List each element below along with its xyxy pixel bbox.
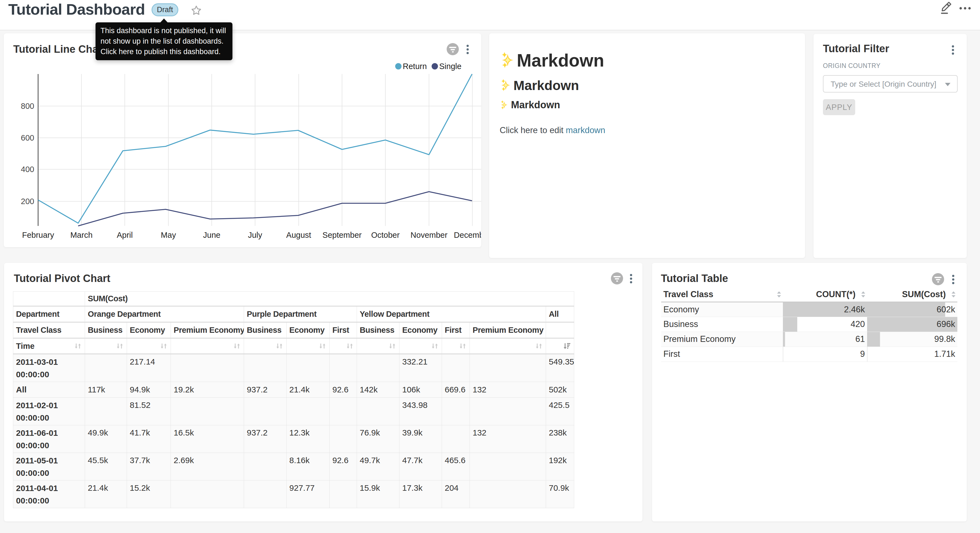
svg-text:Return: Return (403, 62, 427, 71)
svg-text:August: August (286, 231, 311, 239)
svg-text:800: 800 (21, 102, 34, 110)
svg-text:200: 200 (21, 197, 34, 206)
svg-text:November: November (410, 231, 447, 239)
svg-text:July: July (248, 231, 262, 239)
svg-text:600: 600 (21, 133, 34, 142)
svg-text:December: December (454, 231, 481, 239)
svg-text:400: 400 (21, 165, 34, 174)
svg-text:February: February (22, 231, 54, 239)
svg-text:September: September (323, 231, 362, 239)
svg-text:October: October (371, 231, 399, 239)
svg-text:Single: Single (439, 62, 461, 71)
svg-text:June: June (203, 231, 221, 239)
svg-text:April: April (117, 231, 133, 239)
svg-text:May: May (161, 231, 176, 239)
svg-text:March: March (70, 231, 93, 239)
